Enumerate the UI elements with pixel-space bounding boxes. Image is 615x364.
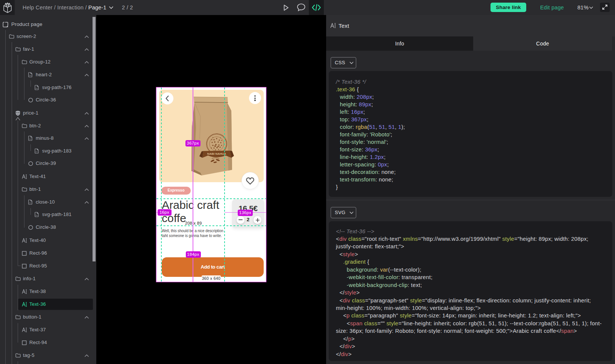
svg-text:NABI NAHUA: NABI NAHUA (207, 152, 226, 156)
